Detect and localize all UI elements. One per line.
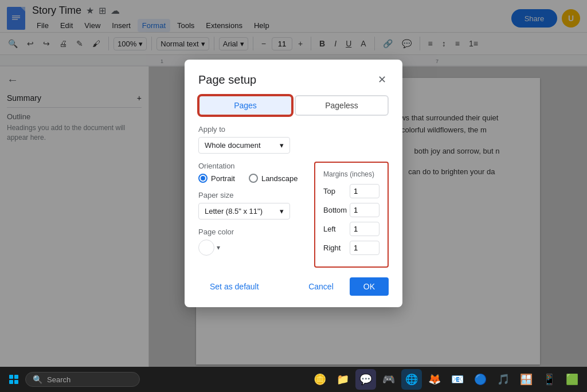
landscape-radio-circle <box>249 174 258 183</box>
search-label: Search <box>47 375 71 384</box>
landscape-label: Landscape <box>261 174 298 183</box>
taskbar-folder-icon[interactable]: 📁 <box>332 369 353 390</box>
chevron-down-icon: ▾ <box>280 207 284 215</box>
set-as-default-btn[interactable]: Set as default <box>198 277 271 296</box>
margin-bottom-label: Bottom <box>323 206 350 214</box>
taskbar-edge-icon[interactable]: 🌐 <box>401 369 422 390</box>
margin-bottom-row: Bottom <box>323 203 379 217</box>
actions-right: Cancel OK <box>297 277 389 296</box>
taskbar-coin-icon[interactable]: 🪙 <box>310 369 330 390</box>
page-color-swatch[interactable] <box>198 240 214 256</box>
dialog-tabs: Pages Pageless <box>185 88 402 116</box>
taskbar-chat-icon[interactable]: 💬 <box>355 369 376 390</box>
margins-title: Margins (inches) <box>323 170 379 178</box>
apply-to-select[interactable]: Whole document ▾ <box>198 137 290 154</box>
margin-left-input[interactable] <box>350 222 379 236</box>
portrait-radio-dot <box>201 176 205 181</box>
margin-top-input[interactable] <box>350 184 379 198</box>
landscape-radio[interactable]: Landscape <box>249 174 298 183</box>
margin-top-row: Top <box>323 184 379 198</box>
margin-right-row: Right <box>323 241 379 255</box>
margin-left-row: Left <box>323 222 379 236</box>
margin-bottom-input[interactable] <box>350 203 379 217</box>
taskbar-game-icon[interactable]: 🎮 <box>378 369 399 390</box>
dialog-body-wrap: Apply to Whole document ▾ Orientation <box>185 116 402 273</box>
modal-overlay: Page setup ✕ Pages Pageless Apply to Who… <box>0 0 587 367</box>
dialog-actions: Set as default Cancel OK <box>185 273 402 307</box>
color-dropdown-btn[interactable]: ▾ <box>217 244 220 252</box>
search-icon: 🔍 <box>33 375 42 384</box>
paper-size-select[interactable]: Letter (8.5" x 11") ▾ <box>198 203 290 219</box>
taskbar-phone-icon[interactable]: 📱 <box>539 369 559 390</box>
page-setup-dialog: Page setup ✕ Pages Pageless Apply to Who… <box>185 60 402 307</box>
windows-logo <box>9 375 18 384</box>
taskbar-blue-icon[interactable]: 🔵 <box>470 369 491 390</box>
chevron-down-icon: ▾ <box>280 141 284 150</box>
dialog-close-btn[interactable]: ✕ <box>375 71 389 88</box>
taskbar-icons: 🪙 📁 💬 🎮 🌐 🦊 📧 🔵 🎵 🪟 📱 🟩 <box>310 369 582 390</box>
taskbar-email-icon[interactable]: 📧 <box>447 369 468 390</box>
taskbar-music-icon[interactable]: 🎵 <box>493 369 514 390</box>
taskbar-firefox-icon[interactable]: 🦊 <box>424 369 445 390</box>
margin-top-label: Top <box>323 187 350 195</box>
tab-pageless[interactable]: Pageless <box>295 95 389 116</box>
start-button[interactable] <box>5 370 23 389</box>
margins-box: Margins (inches) Top Bottom Left Right <box>314 162 389 268</box>
portrait-radio-circle <box>198 174 208 183</box>
margin-left-label: Left <box>323 225 350 233</box>
dialog-title: Page setup <box>198 73 256 87</box>
ok-btn[interactable]: OK <box>350 277 389 296</box>
taskbar-search-bar[interactable]: 🔍 Search <box>25 372 140 387</box>
taskbar: 🔍 Search 🪙 📁 💬 🎮 🌐 🦊 📧 🔵 🎵 🪟 📱 🟩 <box>0 367 587 392</box>
apply-to-label: Apply to <box>198 125 389 134</box>
portrait-label: Portrait <box>211 174 235 183</box>
tab-pages[interactable]: Pages <box>198 95 292 116</box>
taskbar-xbox-icon[interactable]: 🪟 <box>516 369 537 390</box>
apply-to-row: Apply to Whole document ▾ <box>198 125 389 154</box>
dialog-header: Page setup ✕ <box>185 60 402 88</box>
margin-right-label: Right <box>323 244 350 252</box>
taskbar-green-icon[interactable]: 🟩 <box>562 369 582 390</box>
margin-right-input[interactable] <box>350 241 379 255</box>
portrait-radio[interactable]: Portrait <box>198 174 235 183</box>
cancel-btn[interactable]: Cancel <box>297 277 345 296</box>
